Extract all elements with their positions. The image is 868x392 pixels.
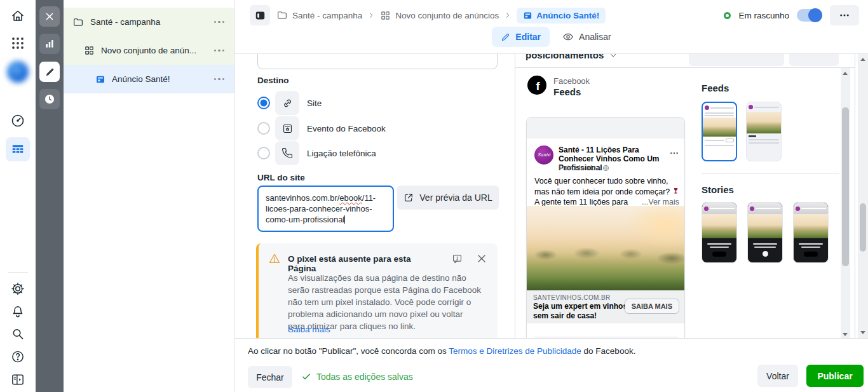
draft-status-icon xyxy=(724,12,731,19)
thumbs-divider xyxy=(702,173,839,174)
cta-button[interactable]: SAIBA MAIS xyxy=(625,299,679,314)
story-thumbnail[interactable] xyxy=(747,202,783,263)
help-icon[interactable] xyxy=(11,349,25,364)
page-scrollbar[interactable] xyxy=(858,54,868,338)
chart-icon[interactable] xyxy=(39,34,60,54)
sponsored-label: Patrocinado · xyxy=(559,164,600,172)
chevron-right-icon xyxy=(503,11,512,20)
saved-status-label: Todas as edições salvas xyxy=(316,372,413,382)
close-button[interactable]: Fechar xyxy=(248,366,292,388)
feeds-heading: Feeds xyxy=(702,83,729,93)
radio-icon[interactable] xyxy=(257,122,270,135)
report-icon[interactable] xyxy=(451,253,463,265)
text-caret xyxy=(344,215,345,224)
preview-share-button[interactable] xyxy=(789,54,839,66)
story-thumbnail[interactable] xyxy=(793,202,829,263)
breadcrumb-campaign[interactable]: Santé - campanha xyxy=(292,11,362,20)
breadcrumb-ad-chip[interactable]: Anúncio Santé! xyxy=(517,8,606,24)
radio-icon[interactable] xyxy=(257,147,270,159)
tab-review[interactable]: Analisar xyxy=(562,31,611,43)
post-body: Você quer conhecer tudo sobre vinho, mas… xyxy=(534,176,679,197)
breadcrumb-adset[interactable]: Novo conjunto de anúncios xyxy=(395,11,499,20)
story-thumbnail[interactable] xyxy=(702,202,737,263)
feed-thumbnail-selected[interactable] xyxy=(702,102,737,161)
tree-row-campaign[interactable]: Santé - campanha xyxy=(64,8,234,36)
main-header: Santé - campanha Novo conjunto de anúnci… xyxy=(235,0,868,54)
close-icon[interactable] xyxy=(39,6,60,27)
ad-doc-icon xyxy=(95,74,105,84)
url-preview-button[interactable]: Ver prévia da URL xyxy=(397,186,499,210)
apps-grid-icon[interactable] xyxy=(10,36,25,51)
scroll-down-icon[interactable] xyxy=(843,333,848,336)
edit-content: Destino Site Evento do Facebook Ligação … xyxy=(235,54,868,338)
destination-label: Destino xyxy=(257,76,289,85)
external-link-icon xyxy=(403,193,414,203)
feed-thumbnail[interactable] xyxy=(746,102,782,161)
scroll-down-icon[interactable] xyxy=(860,331,865,334)
clipped-field-box[interactable] xyxy=(257,54,498,69)
draft-toggle[interactable] xyxy=(797,9,822,22)
tree-row-adset[interactable]: Novo conjunto de anún... xyxy=(64,36,234,65)
destination-option-call[interactable]: Ligação telefônica xyxy=(257,141,376,165)
scrollbar-thumb[interactable] xyxy=(860,203,866,252)
terms-link[interactable]: Termos e Diretrizes de Publicidade xyxy=(449,346,581,356)
collapse-panel-icon[interactable] xyxy=(11,372,25,387)
option-label: Site xyxy=(307,98,322,108)
home-icon[interactable] xyxy=(10,8,25,24)
ad-preview-card: posicionamentos f Facebook Feeds Santé S… xyxy=(515,54,855,338)
search-icon[interactable] xyxy=(11,327,25,341)
business-avatar[interactable] xyxy=(7,61,29,83)
url-text: /11- xyxy=(362,193,376,203)
preview-scrollbar[interactable] xyxy=(841,68,850,338)
tab-edit[interactable]: Editar xyxy=(492,27,550,47)
link-headline: Seja um expert em vinhos sem sair de cas… xyxy=(533,302,628,321)
scroll-up-icon[interactable] xyxy=(860,58,865,61)
tree-row-ad[interactable]: Anúncio Santé! xyxy=(64,65,234,93)
link-bar[interactable]: SANTEVINHOS.COM.BR Seja um expert em vin… xyxy=(527,290,684,323)
breadcrumb-ad: Anúncio Santé! xyxy=(536,11,599,20)
panel-toggle-icon[interactable] xyxy=(250,5,270,25)
close-icon[interactable] xyxy=(475,252,488,265)
ads-table-icon[interactable] xyxy=(6,137,30,161)
post-top-band xyxy=(527,118,684,139)
ad-label: Anúncio Santé! xyxy=(112,74,214,84)
folder-icon xyxy=(72,17,84,28)
destination-option-event[interactable]: Evento do Facebook xyxy=(257,116,386,140)
publish-button[interactable]: Publicar xyxy=(806,365,864,387)
more-dots-icon[interactable] xyxy=(214,21,225,24)
post-more-dots-icon[interactable] xyxy=(669,148,679,158)
url-preview-label: Ver prévia da URL xyxy=(419,193,492,203)
history-clock-icon[interactable] xyxy=(39,89,60,109)
eye-icon xyxy=(562,31,574,43)
pencil-icon[interactable] xyxy=(39,62,60,82)
url-text-misspelled: ebook xyxy=(339,193,362,203)
adset-label: Novo conjunto de anún... xyxy=(101,46,214,55)
warning-body: As visualizações da sua página de destin… xyxy=(288,272,482,332)
link-domain: SANTEVINHOS.COM.BR xyxy=(533,294,611,301)
breadcrumb: Santé - campanha Novo conjunto de anúnci… xyxy=(276,5,606,25)
settings-gear-icon[interactable] xyxy=(11,281,25,296)
folder-icon xyxy=(276,10,288,21)
preview-header-button[interactable] xyxy=(689,54,784,66)
placements-header[interactable]: posicionamentos xyxy=(526,54,618,60)
site-url-input[interactable]: santevinhos.com.br/ebook/11- licoes-para… xyxy=(257,186,394,232)
page-avatar[interactable]: Santé xyxy=(534,145,553,165)
preview-channel-label: Facebook xyxy=(553,76,590,86)
scrollbar-thumb[interactable] xyxy=(842,107,849,266)
campaign-label: Santé - campanha xyxy=(90,17,214,27)
scroll-up-icon[interactable] xyxy=(843,72,848,75)
see-more-link[interactable]: ...Ver mais xyxy=(642,198,679,206)
ad-doc-icon xyxy=(523,11,532,20)
notifications-bell-icon[interactable] xyxy=(11,304,25,319)
warning-learn-more-link[interactable]: Saiba mais xyxy=(288,325,330,334)
ad-image xyxy=(527,206,684,290)
post-body-line2: A gente tem 11 lições para ...Ver mais xyxy=(534,198,679,206)
facebook-post-preview: Santé Santé - 11 Lições Para Conhecer Vi… xyxy=(526,117,685,338)
back-button[interactable]: Voltar xyxy=(757,365,798,387)
more-dots-icon[interactable] xyxy=(214,78,225,81)
more-dots-icon[interactable] xyxy=(214,50,225,52)
more-options-button[interactable] xyxy=(830,5,859,25)
radio-selected-icon[interactable] xyxy=(257,97,270,109)
destination-option-site[interactable]: Site xyxy=(257,91,322,115)
gauge-icon[interactable] xyxy=(10,113,25,128)
